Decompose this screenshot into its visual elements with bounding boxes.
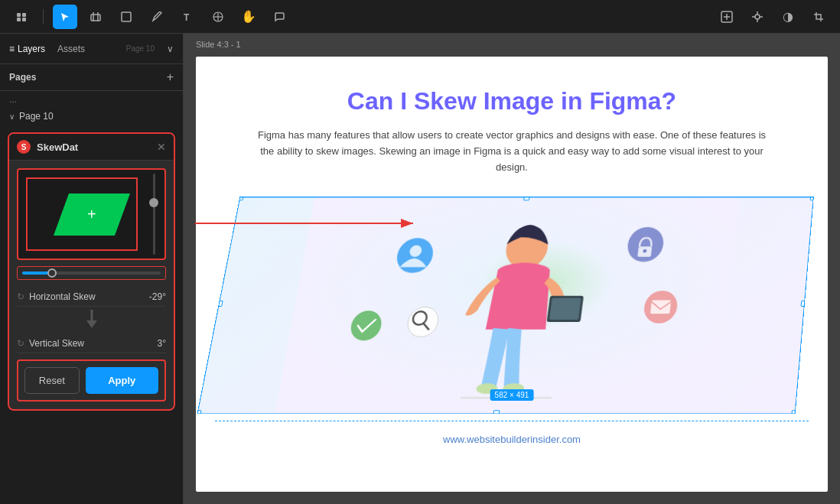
page-10-chevron: ∨ bbox=[9, 112, 15, 121]
toolbar-separator-1 bbox=[43, 9, 44, 24]
component-tool-icon[interactable] bbox=[206, 5, 230, 29]
reset-button[interactable]: Reset bbox=[24, 367, 80, 394]
refresh-v-icon[interactable]: ↻ bbox=[17, 338, 24, 349]
crop-icon[interactable] bbox=[806, 5, 831, 29]
svg-text:T: T bbox=[184, 12, 190, 22]
page-ellipsis-label: ... bbox=[9, 94, 17, 105]
add-page-button[interactable]: + bbox=[167, 70, 174, 84]
sidebar-tabs: ≡ Layers Assets Page 10 ∨ bbox=[0, 34, 183, 64]
size-badge: 582 × 491 bbox=[490, 389, 534, 401]
skewed-image-box[interactable] bbox=[197, 197, 813, 415]
plugin-content: + bbox=[9, 161, 174, 409]
plugin-close-button[interactable]: ✕ bbox=[157, 141, 166, 153]
layers-icon: ≡ bbox=[9, 44, 15, 54]
vertical-slider-track bbox=[153, 174, 155, 255]
refresh-h-icon[interactable]: ↻ bbox=[17, 291, 24, 302]
menu-icon[interactable] bbox=[9, 5, 34, 29]
select-tool-icon[interactable] bbox=[53, 5, 77, 29]
page-item-ellipsis: ... bbox=[0, 91, 183, 108]
slide-title: Can I Skew Image in Figma? bbox=[196, 57, 828, 128]
horizontal-skew-label: Horizontal Skew bbox=[29, 291, 149, 302]
shape-tool-icon[interactable] bbox=[114, 5, 138, 29]
handle-top-mid[interactable] bbox=[523, 197, 530, 201]
down-arrow-container bbox=[17, 307, 166, 334]
horizontal-slider-track[interactable] bbox=[22, 272, 161, 275]
plugin-panel: S SkewDat ✕ + bbox=[8, 132, 175, 411]
horizontal-slider-thumb[interactable] bbox=[47, 268, 57, 278]
frame-tool-icon[interactable] bbox=[83, 5, 108, 29]
svg-rect-0 bbox=[17, 13, 21, 17]
slide-description: Figma has many features that allow users… bbox=[196, 128, 828, 190]
slide-url: www.websitebuilderinsider.com bbox=[196, 434, 828, 445]
image-area[interactable]: 582 × 491 bbox=[219, 190, 805, 428]
svg-marker-19 bbox=[86, 320, 97, 328]
main-area: ≡ Layers Assets Page 10 ∨ Pages + ... ∨ … bbox=[0, 34, 840, 504]
vertical-slider[interactable] bbox=[147, 174, 161, 255]
vertical-slider-thumb[interactable] bbox=[149, 198, 158, 207]
page-10-label: Page 10 bbox=[19, 111, 54, 122]
page-dropdown-icon[interactable]: ∨ bbox=[167, 44, 174, 54]
plugin-title: SkewDat bbox=[37, 141, 151, 153]
plugin-buttons: Reset Apply bbox=[17, 359, 166, 402]
horizontal-slider-fill bbox=[22, 272, 50, 275]
pages-label: Pages bbox=[9, 72, 36, 83]
comment-tool-icon[interactable] bbox=[267, 5, 291, 29]
handle-bottom-left[interactable] bbox=[197, 411, 201, 415]
handle-mid-left[interactable] bbox=[216, 301, 223, 307]
plugin-icon[interactable] bbox=[745, 5, 770, 29]
horizontal-skew-value: -29° bbox=[149, 291, 166, 302]
slide-canvas: Can I Skew Image in Figma? Figma has man… bbox=[196, 57, 828, 492]
handle-bottom-right[interactable] bbox=[791, 411, 798, 415]
tab-layers[interactable]: ≡ Layers bbox=[9, 44, 45, 54]
toolbar: T ✋ ◑ bbox=[0, 0, 840, 34]
skew-preview: + bbox=[17, 168, 166, 260]
apply-button[interactable]: Apply bbox=[86, 367, 158, 394]
sidebar: ≡ Layers Assets Page 10 ∨ Pages + ... ∨ … bbox=[0, 34, 184, 504]
hand-tool-icon[interactable]: ✋ bbox=[236, 5, 261, 29]
tab-assets[interactable]: Assets bbox=[57, 44, 85, 54]
svg-rect-7 bbox=[122, 12, 131, 21]
handle-bottom-mid[interactable] bbox=[493, 411, 500, 415]
inspect-icon[interactable] bbox=[715, 5, 739, 29]
pages-section: Pages + bbox=[0, 64, 183, 91]
toolbar-right: ◑ bbox=[715, 5, 831, 29]
down-arrow-icon bbox=[86, 310, 97, 328]
canvas-area: Slide 4:3 - 1 Can I Skew Image in Figma?… bbox=[184, 34, 840, 504]
horizontal-slider-container bbox=[17, 266, 166, 280]
skew-preview-shape: + bbox=[53, 193, 129, 236]
vertical-skew-row: ↻ Vertical Skew 3° bbox=[17, 334, 166, 353]
plus-icon: + bbox=[87, 206, 96, 223]
slide-label: Slide 4:3 - 1 bbox=[196, 40, 241, 49]
vertical-skew-value: 3° bbox=[158, 338, 166, 349]
horizontal-skew-row: ↻ Horizontal Skew -29° bbox=[17, 288, 166, 307]
svg-rect-2 bbox=[17, 18, 21, 21]
page-indicator: Page 10 bbox=[126, 44, 155, 53]
svg-rect-24 bbox=[549, 298, 581, 320]
pen-tool-icon[interactable] bbox=[145, 5, 169, 29]
illustration-svg bbox=[198, 198, 813, 414]
plugin-brand-icon: S bbox=[17, 140, 31, 154]
svg-rect-4 bbox=[91, 15, 100, 21]
plugin-header: S SkewDat ✕ bbox=[9, 134, 174, 161]
dashed-selection-line bbox=[215, 421, 809, 421]
svg-point-13 bbox=[755, 15, 760, 19]
handle-top-right[interactable] bbox=[810, 197, 814, 201]
text-tool-icon[interactable]: T bbox=[175, 5, 200, 29]
theme-icon[interactable]: ◑ bbox=[776, 5, 800, 29]
page-10-item[interactable]: ∨ Page 10 bbox=[0, 108, 183, 125]
handle-mid-right[interactable] bbox=[801, 301, 808, 307]
svg-rect-3 bbox=[22, 18, 26, 21]
vertical-skew-label: Vertical Skew bbox=[29, 338, 158, 349]
svg-rect-1 bbox=[22, 13, 26, 17]
